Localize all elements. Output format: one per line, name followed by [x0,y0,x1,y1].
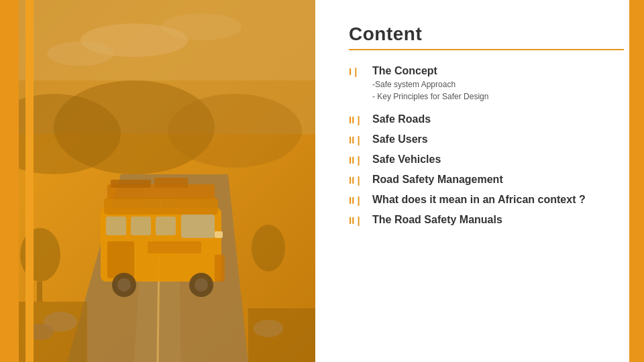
list-item: II | The Road Safety Manuals [349,214,624,226]
left-image-panel [0,0,315,362]
sub-line-1: -Safe system Approach [372,78,624,90]
item-label: Safe Vehicles [372,154,624,166]
item-label: What does it mean in an African context … [372,194,624,206]
left-accent-bar-1 [0,0,19,362]
item-number: II | [349,174,372,186]
page-title: Content [349,23,624,45]
road-image-background [0,0,315,362]
content-panel: Content I | The Concept -Safe system App… [315,0,644,362]
title-divider [349,49,624,50]
item-content: Safe Users [372,133,624,145]
right-accent-bar [629,0,644,362]
svg-rect-37 [0,0,315,362]
left-accent-bar-2 [25,0,34,362]
list-item: II | Safe Users [349,133,624,145]
item-number: II | [349,133,372,145]
item-label: Road Safety Management [372,174,624,186]
road-scene-svg [0,0,315,362]
item-number: II | [349,194,372,206]
item-label: Safe Users [372,133,624,145]
item-label: The Road Safety Manuals [372,214,624,226]
item-sub-text: -Safe system Approach - Key Principles f… [372,78,624,103]
item-number: II | [349,154,372,166]
list-item: I | The Concept -Safe system Approach - … [349,65,624,103]
sub-line-2: - Key Principles for Safer Design [372,90,624,103]
item-number: II | [349,113,372,125]
item-content: What does it mean in an African context … [372,194,624,206]
item-number: I | [349,65,372,77]
list-item: II | Safe Roads [349,113,624,125]
item-content: Safe Roads [372,113,624,125]
item-content: Road Safety Management [372,174,624,186]
list-item: II | Road Safety Management [349,174,624,186]
item-content: Safe Vehicles [372,154,624,166]
item-label: Safe Roads [372,113,624,125]
item-content: The Road Safety Manuals [372,214,624,226]
item-label: The Concept [372,65,624,77]
list-item: II | Safe Vehicles [349,154,624,166]
item-number: II | [349,214,372,226]
content-list: I | The Concept -Safe system Approach - … [349,65,624,234]
item-content: The Concept -Safe system Approach - Key … [372,65,624,103]
list-item: II | What does it mean in an African con… [349,194,624,206]
